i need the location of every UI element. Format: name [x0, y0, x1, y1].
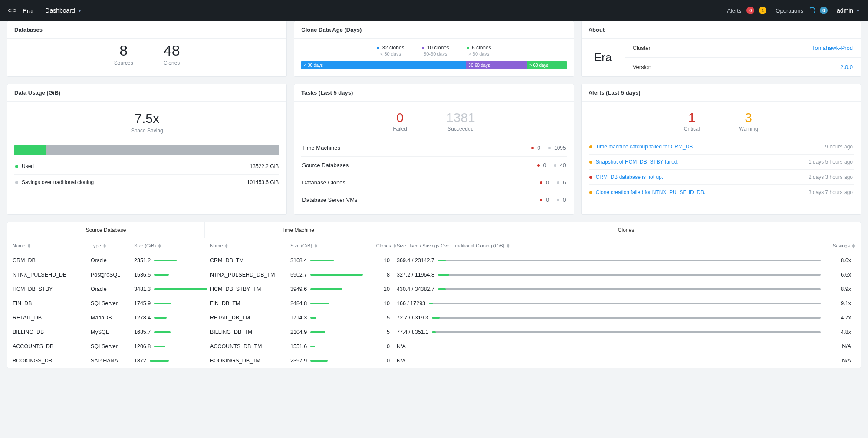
tasks-failed-count: 0: [393, 110, 407, 125]
task-row[interactable]: Database Server VMs 0 0: [301, 191, 566, 208]
col-tm-name[interactable]: Name▲▼: [210, 243, 290, 248]
sources-label: Sources: [114, 60, 133, 66]
alert-time: 1 days 5 hours ago: [809, 159, 853, 165]
divider: [832, 6, 832, 15]
sort-icon: ▲▼: [27, 243, 31, 248]
col-name[interactable]: Name▲▼: [13, 243, 91, 248]
tasks-succeeded-stat[interactable]: 1381 Succeeded: [446, 110, 475, 132]
cell-clones: 5: [368, 329, 397, 335]
table-row[interactable]: CRM_DB Oracle 2351.2 CRM_DB_TM 3168.4 10…: [7, 253, 861, 267]
cell-tm-name: HCM_DB_STBY_TM: [210, 286, 290, 292]
group-time-machine: Time Machine: [205, 222, 391, 238]
alert-link[interactable]: Snapshot of HCM_DB_STBY failed.: [596, 159, 679, 165]
operations-label[interactable]: Operations: [776, 7, 803, 14]
user-menu[interactable]: admin ▼: [837, 7, 860, 14]
usage-value: 13522.2 GiB: [250, 163, 279, 169]
cell-type: MySQL: [91, 329, 134, 335]
cell-size: 3481.3: [134, 286, 210, 292]
alerts-warning-badge[interactable]: 1: [759, 7, 766, 14]
tasks-failed-stat[interactable]: 0 Failed: [393, 110, 407, 132]
alerts-critical-label: Critical: [684, 126, 700, 132]
alert-link[interactable]: Time machine catchup failed for CRM_DB.: [596, 144, 694, 150]
cell-name: BOOKINGS_DB: [13, 358, 91, 364]
alerts-warning-stat[interactable]: 3 Warning: [739, 110, 758, 132]
cell-savings-detail: N/A: [397, 343, 821, 349]
task-label: Time Machines: [302, 145, 340, 151]
alerts-label[interactable]: Alerts: [727, 7, 741, 14]
card-title: Tasks (Last 5 days): [294, 84, 573, 102]
alert-row[interactable]: CRM_DB database is not up.2 days 3 hours…: [589, 169, 854, 184]
clones-count: 48: [164, 42, 180, 59]
cell-tm-size: 2397.9: [290, 358, 368, 364]
alert-row[interactable]: Snapshot of HCM_DB_STBY failed.1 days 5 …: [589, 154, 854, 169]
cell-tm-name: FIN_DB_TM: [210, 300, 290, 306]
cell-tm-name: BILLING_DB_TM: [210, 329, 290, 335]
alerts-critical-badge[interactable]: 0: [746, 7, 754, 14]
cell-savings-detail: 77.4 / 8351.1: [397, 329, 821, 335]
alert-time: 9 hours ago: [825, 144, 853, 150]
user-label: admin: [837, 7, 853, 14]
task-row[interactable]: Database Clones 0 6: [301, 174, 566, 191]
clone-age-legend: 32 clones< 30 days10 clones30-60 days6 c…: [301, 45, 566, 56]
cell-type: PostgreSQL: [91, 272, 134, 278]
task-label: Source Databases: [302, 162, 349, 168]
cell-name: ACCOUNTS_DB: [13, 343, 91, 349]
about-row: ClusterTomahawk-Prod: [625, 39, 861, 58]
task-row[interactable]: Source Databases 0 40: [301, 156, 566, 174]
cell-size: 1278.4: [134, 315, 210, 321]
sources-count: 8: [114, 42, 133, 59]
operations-count-badge[interactable]: 0: [820, 7, 828, 14]
clones-label: Clones: [164, 60, 180, 66]
nav-label: Dashboard: [45, 7, 75, 14]
alerts-critical-stat[interactable]: 1 Critical: [684, 110, 700, 132]
alert-row[interactable]: Time machine catchup failed for CRM_DB.9…: [589, 139, 854, 154]
card-title: About: [582, 21, 861, 39]
about-value-link[interactable]: 2.0.0: [840, 64, 853, 70]
dot-fail-icon: [531, 147, 534, 149]
alert-link[interactable]: Clone creation failed for NTNX_PULSEHD_D…: [596, 189, 706, 195]
cell-size: 1206.8: [134, 343, 210, 349]
dot-ok-icon: [557, 199, 559, 201]
clone-age-bar-segment: 30-60 days: [466, 61, 527, 69]
alert-row[interactable]: Clone creation failed for NTNX_PULSEHD_D…: [589, 184, 854, 200]
table-row[interactable]: ACCOUNTS_DB SQLServer 1206.8 ACCOUNTS_DB…: [7, 339, 861, 353]
dot-ok-icon: [548, 147, 551, 149]
about-key: Cluster: [633, 45, 651, 51]
cell-savings: 8.9x: [821, 286, 855, 292]
cell-savings: 4.7x: [821, 315, 855, 321]
dot-ok-icon: [557, 181, 559, 184]
cell-size: 1872: [134, 358, 210, 364]
col-tm-size[interactable]: Size (GiB)▲▼: [290, 243, 368, 248]
table-row[interactable]: BOOKINGS_DB SAP HANA 1872 BOOKINGS_DB_TM…: [7, 353, 861, 368]
cell-size: 2351.2: [134, 257, 210, 263]
space-saving-value: 7.5x: [14, 111, 279, 126]
cell-tm-name: RETAIL_DB_TM: [210, 315, 290, 321]
alert-link[interactable]: CRM_DB database is not up.: [596, 174, 663, 180]
task-label: Database Server VMs: [302, 197, 357, 203]
table-row[interactable]: FIN_DB SQLServer 1745.9 FIN_DB_TM 2484.8…: [7, 296, 861, 310]
sort-icon: ▲▼: [103, 243, 107, 248]
sources-stat[interactable]: 8 Sources: [114, 42, 133, 66]
col-savings-detail[interactable]: Size Used / Savings Over Traditional Clo…: [397, 243, 821, 248]
table-row[interactable]: RETAIL_DB MariaDB 1278.4 RETAIL_DB_TM 17…: [7, 310, 861, 325]
cell-clones: 0: [368, 358, 397, 364]
usage-value: 101453.6 GiB: [247, 179, 279, 185]
cell-clones: 10: [368, 257, 397, 263]
col-savings[interactable]: Savings▲▼: [821, 243, 855, 248]
usage-bar-fill: [14, 145, 46, 155]
table-row[interactable]: HCM_DB_STBY Oracle 3481.3 HCM_DB_STBY_TM…: [7, 282, 861, 296]
divider: [39, 6, 39, 15]
cell-tm-size: 5902.7: [290, 272, 368, 278]
nav-dashboard[interactable]: Dashboard ▼: [45, 7, 82, 14]
table-row[interactable]: BILLING_DB MySQL 1685.7 BILLING_DB_TM 21…: [7, 325, 861, 339]
cell-tm-size: 2484.8: [290, 300, 368, 306]
col-type[interactable]: Type▲▼: [91, 243, 134, 248]
task-row[interactable]: Time Machines 0 1095: [301, 139, 566, 156]
col-size[interactable]: Size (GiB)▲▼: [134, 243, 210, 248]
col-clones[interactable]: Clones▲▼: [368, 243, 397, 248]
cell-size: 1536.5: [134, 272, 210, 278]
clones-stat[interactable]: 48 Clones: [164, 42, 180, 66]
table-row[interactable]: NTNX_PULSEHD_DB PostgreSQL 1536.5 NTNX_P…: [7, 267, 861, 282]
alerts-warning-count: 3: [739, 110, 758, 125]
about-value-link[interactable]: Tomahawk-Prod: [812, 45, 853, 51]
